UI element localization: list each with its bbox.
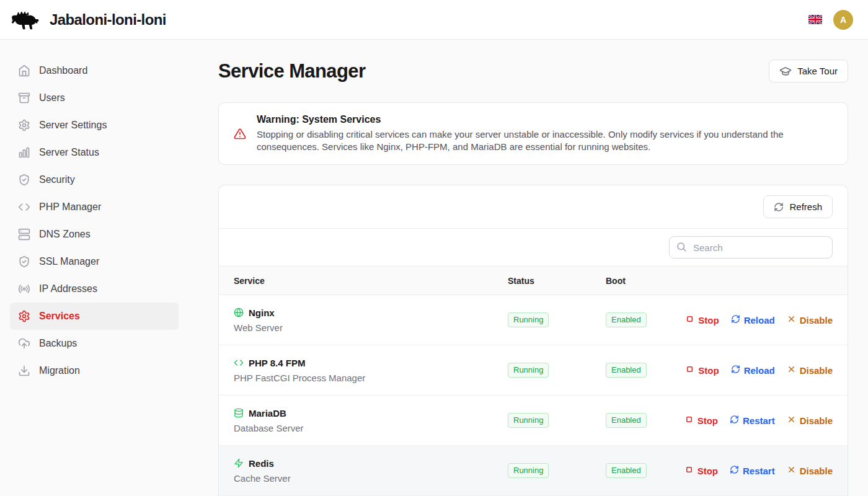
- service-name: PHP 8.4 FPM: [249, 358, 305, 368]
- sidebar-item-label: IP Addresses: [39, 283, 97, 294]
- service-name: Redis: [249, 458, 274, 469]
- status-badge: Running: [508, 463, 549, 478]
- sidebar-item-label: Services: [39, 311, 80, 322]
- code-icon: [234, 358, 244, 368]
- sidebar-item-label: Server Status: [39, 147, 99, 158]
- sidebar-item-label: DNS Zones: [39, 229, 91, 240]
- x-icon: [787, 415, 796, 426]
- cloud-upload-icon: [18, 337, 30, 350]
- services-card: Refresh Service Status Boot Nginx: [218, 185, 848, 496]
- services-table-body: Nginx Web Server Running Enabled Stop Re…: [219, 295, 848, 496]
- reload-button[interactable]: Reload: [731, 365, 775, 376]
- header-actions: A: [808, 10, 858, 30]
- column-header-service: Service: [234, 276, 508, 286]
- uk-flag-icon[interactable]: [808, 15, 822, 24]
- sidebar-item-dns-zones[interactable]: DNS Zones: [10, 221, 179, 248]
- disable-button[interactable]: Disable: [787, 365, 833, 376]
- sidebar-item-dashboard[interactable]: Dashboard: [10, 57, 179, 84]
- sidebar-item-ssl-manager[interactable]: SSL Manager: [10, 248, 179, 275]
- sidebar-item-label: Migration: [39, 365, 80, 376]
- user-avatar[interactable]: A: [833, 10, 853, 30]
- service-description: PHP FastCGI Process Manager: [234, 373, 508, 383]
- restart-button[interactable]: Restart: [730, 465, 775, 476]
- table-row: PHP 8.4 FPM PHP FastCGI Process Manager …: [219, 345, 848, 396]
- refresh-icon: [731, 314, 740, 326]
- sidebar-item-server-status[interactable]: Server Status: [10, 139, 179, 166]
- service-description: Database Server: [234, 423, 508, 433]
- sidebar-item-migration[interactable]: Migration: [10, 357, 179, 384]
- sidebar-item-label: Backups: [39, 338, 77, 349]
- table-row: MariaDB Database Server Running Enabled …: [219, 396, 848, 446]
- server-icon: [18, 228, 30, 241]
- download-icon: [18, 365, 30, 377]
- sidebar-item-php-manager[interactable]: PHP Manager: [10, 193, 179, 221]
- app-header: Jabaloni-loni-loni A: [0, 0, 868, 40]
- stop-icon: [684, 415, 694, 426]
- table-header-row: Service Status Boot: [219, 266, 848, 295]
- row-actions: Stop Restart Disable: [683, 415, 833, 426]
- search-input[interactable]: [669, 236, 833, 259]
- card-toolbar: Refresh: [219, 185, 848, 229]
- home-icon: [18, 64, 30, 77]
- refresh-icon: [731, 365, 740, 376]
- stop-icon: [685, 365, 694, 376]
- sidebar-nav: Dashboard Users Server Settings Server S…: [0, 40, 188, 496]
- x-icon: [787, 365, 796, 376]
- zap-icon: [234, 458, 244, 468]
- restart-button[interactable]: Restart: [730, 415, 775, 426]
- status-badge: Running: [508, 363, 549, 378]
- stop-icon: [685, 314, 694, 326]
- stop-button[interactable]: Stop: [685, 314, 719, 326]
- take-tour-button[interactable]: Take Tour: [769, 60, 848, 82]
- globe-icon: [234, 308, 244, 317]
- sidebar-item-security[interactable]: Security: [10, 166, 179, 193]
- row-actions: Stop Restart Disable: [683, 465, 833, 476]
- boar-logo-icon: [10, 9, 41, 31]
- service-description: Web Server: [234, 322, 508, 333]
- stop-button[interactable]: Stop: [685, 365, 719, 376]
- sidebar-item-label: Security: [39, 174, 75, 185]
- refresh-label: Refresh: [789, 202, 822, 212]
- disable-button[interactable]: Disable: [787, 415, 833, 426]
- disable-button[interactable]: Disable: [787, 465, 833, 476]
- row-actions: Stop Reload Disable: [683, 314, 833, 326]
- bar-chart-icon: [18, 146, 30, 159]
- stop-button[interactable]: Stop: [684, 465, 718, 476]
- sidebar-item-label: PHP Manager: [39, 202, 101, 213]
- table-row: Redis Cache Server Running Enabled Stop …: [219, 446, 848, 496]
- radio-icon: [18, 283, 30, 295]
- sidebar-item-backups[interactable]: Backups: [10, 330, 179, 357]
- shield-icon: [18, 174, 30, 186]
- stop-button[interactable]: Stop: [684, 415, 718, 426]
- warning-card: Warning: System Services Stopping or dis…: [218, 102, 848, 165]
- disable-button[interactable]: Disable: [787, 314, 833, 326]
- shield-icon: [18, 255, 30, 268]
- refresh-icon: [730, 415, 739, 426]
- sidebar-item-services[interactable]: Services: [10, 303, 179, 330]
- service-name: MariaDB: [249, 408, 286, 418]
- sidebar-item-label: Server Settings: [39, 120, 107, 131]
- database-icon: [234, 408, 244, 418]
- alert-triangle-icon: [234, 128, 246, 140]
- service-description: Cache Server: [234, 473, 508, 484]
- search-row: [219, 229, 848, 266]
- search-icon: [676, 241, 687, 252]
- graduation-cap-icon: [779, 65, 792, 78]
- refresh-button[interactable]: Refresh: [763, 195, 833, 218]
- status-badge: Running: [508, 312, 549, 327]
- boot-badge: Enabled: [606, 463, 647, 478]
- brand-link[interactable]: Jabaloni-loni-loni: [10, 9, 166, 31]
- archive-icon: [18, 92, 30, 104]
- sidebar-item-users[interactable]: Users: [10, 84, 179, 112]
- sidebar-item-label: Dashboard: [39, 65, 87, 76]
- warning-title: Warning: System Services: [257, 114, 833, 125]
- code-icon: [18, 201, 30, 213]
- take-tour-label: Take Tour: [797, 66, 838, 76]
- sidebar-item-server-settings[interactable]: Server Settings: [10, 112, 179, 139]
- settings-icon: [18, 310, 30, 322]
- settings-icon: [18, 119, 30, 131]
- boot-badge: Enabled: [606, 413, 647, 428]
- sidebar-item-ip-addresses[interactable]: IP Addresses: [10, 275, 179, 303]
- page-title: Service Manager: [218, 60, 365, 82]
- reload-button[interactable]: Reload: [731, 314, 775, 326]
